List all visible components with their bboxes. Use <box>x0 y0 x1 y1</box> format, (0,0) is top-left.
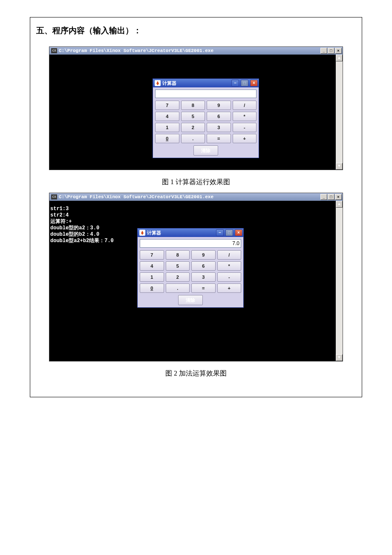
calc-key-plus[interactable]: + <box>217 283 242 293</box>
scroll-down-button[interactable]: ▼ <box>336 354 343 361</box>
console-window-1: cx C:\Program Files\Xinox Software\JCrea… <box>49 46 343 170</box>
calc-key-8[interactable]: 8 <box>166 250 190 260</box>
console-titlebar: cx C:\Program Files\Xinox Software\JCrea… <box>49 193 343 201</box>
calc-key-7[interactable]: 7 <box>155 101 179 110</box>
calc-key-0[interactable]: 0 <box>155 134 179 143</box>
calc-key-2[interactable]: 2 <box>166 272 190 282</box>
calc-clear-row: 清除 <box>155 145 257 156</box>
console-icon: cx <box>51 48 57 53</box>
close-button[interactable]: × <box>335 48 342 54</box>
calc-clear-button[interactable]: 清除 <box>178 295 203 305</box>
section-heading: 五、程序内容（输入输出）： <box>36 25 358 36</box>
minimize-button[interactable]: _ <box>320 194 327 200</box>
console-titlebar: cx C:\Program Files\Xinox Software\JCrea… <box>49 47 343 55</box>
scroll-track[interactable] <box>336 208 343 354</box>
console-output: str1:3 str2:4 运算符:+ double型的a2：3.0 doubl… <box>50 206 114 244</box>
calc-key-equals[interactable]: = <box>191 283 216 293</box>
calc-key-9[interactable]: 9 <box>207 101 231 110</box>
calc-titlebar: 计算器 – □ × <box>138 228 243 237</box>
calc-minimize-button[interactable]: – <box>231 80 239 87</box>
calc-close-button[interactable]: × <box>250 80 258 87</box>
java-icon <box>139 230 145 236</box>
calc-key-multiply[interactable]: * <box>217 261 242 271</box>
calc-key-3[interactable]: 3 <box>207 123 231 132</box>
calc-key-3[interactable]: 3 <box>191 272 216 282</box>
calc-keypad: 7 8 9 / 4 5 6 * 1 2 3 - 0 . = <box>155 101 257 143</box>
calc-key-9[interactable]: 9 <box>191 250 216 260</box>
scroll-down-button[interactable]: ▼ <box>336 163 343 170</box>
maximize-button[interactable]: □ <box>328 48 334 54</box>
calc-keypad: 7 8 9 / 4 5 6 * 1 2 3 - 0 . = <box>140 250 241 293</box>
console-scrollbar[interactable]: ▲ ▼ <box>336 201 343 361</box>
calc-key-2[interactable]: 2 <box>181 123 205 132</box>
document-page: 五、程序内容（输入输出）： cx C:\Program Files\Xinox … <box>30 17 362 397</box>
calc-key-0[interactable]: 0 <box>140 283 164 293</box>
calc-key-8[interactable]: 8 <box>181 101 205 110</box>
calc-key-equals[interactable]: = <box>207 134 231 143</box>
calc-title-text: 计算器 <box>162 81 230 86</box>
calc-display[interactable]: 7.0 <box>140 239 241 248</box>
calc-maximize-button[interactable]: □ <box>241 80 248 87</box>
console-title-text: C:\Program Files\Xinox Software\JCreator… <box>59 49 319 53</box>
console-window-2: cx C:\Program Files\Xinox Software\JCrea… <box>49 193 343 361</box>
minimize-button[interactable]: _ <box>320 48 327 54</box>
calc-key-7[interactable]: 7 <box>140 250 164 260</box>
console-body: str1:3 str2:4 运算符:+ double型的a2：3.0 doubl… <box>49 201 343 361</box>
calc-key-1[interactable]: 1 <box>155 123 179 132</box>
calc-maximize-button[interactable]: □ <box>225 229 233 236</box>
calc-close-button[interactable]: × <box>235 229 242 236</box>
console-icon: cx <box>51 194 57 199</box>
calc-minimize-button[interactable]: – <box>216 229 224 236</box>
calc-key-4[interactable]: 4 <box>140 261 164 271</box>
calc-key-5[interactable]: 5 <box>181 112 205 121</box>
calc-clear-button[interactable]: 清除 <box>193 145 218 156</box>
calculator-dialog-1: 计算器 – □ × 7 8 9 / 4 5 6 * <box>153 78 259 158</box>
console-title-text: C:\Program Files\Xinox Software\JCreator… <box>59 195 319 199</box>
window-controls: _ □ × <box>320 48 342 54</box>
calc-clear-row: 清除 <box>140 295 241 305</box>
calc-key-4[interactable]: 4 <box>155 112 179 121</box>
figure-caption-2: 图 2 加法运算效果图 <box>34 369 358 378</box>
scroll-up-button[interactable]: ▲ <box>336 201 343 208</box>
calc-key-dot[interactable]: . <box>166 283 190 293</box>
calc-key-divide[interactable]: / <box>233 101 257 110</box>
figure-caption-1: 图 1 计算器运行效果图 <box>34 178 358 187</box>
calc-key-6[interactable]: 6 <box>191 261 216 271</box>
calculator-dialog-2: 计算器 – □ × 7.0 7 8 9 / 4 5 6 * <box>137 228 244 308</box>
scroll-track[interactable] <box>336 61 343 163</box>
close-button[interactable]: × <box>335 194 342 200</box>
calc-titlebar: 计算器 – □ × <box>153 79 259 87</box>
calc-key-1[interactable]: 1 <box>140 272 164 282</box>
calc-key-6[interactable]: 6 <box>207 112 231 121</box>
console-scrollbar[interactable]: ▲ ▼ <box>336 55 343 170</box>
window-controls: _ □ × <box>320 194 342 200</box>
calc-key-dot[interactable]: . <box>181 134 205 143</box>
calc-key-multiply[interactable]: * <box>233 112 257 121</box>
calc-key-5[interactable]: 5 <box>166 261 190 271</box>
calc-key-minus[interactable]: - <box>217 272 242 282</box>
calc-key-divide[interactable]: / <box>217 250 242 260</box>
maximize-button[interactable]: □ <box>328 194 334 200</box>
calc-title-text: 计算器 <box>147 231 214 235</box>
calc-display[interactable] <box>155 90 257 98</box>
calc-body: 7.0 7 8 9 / 4 5 6 * 1 2 3 - 0 <box>138 237 243 307</box>
java-icon <box>155 80 161 86</box>
scroll-up-button[interactable]: ▲ <box>336 55 343 61</box>
calc-body: 7 8 9 / 4 5 6 * 1 2 3 - 0 . = <box>153 87 259 158</box>
calc-key-minus[interactable]: - <box>233 123 257 132</box>
calc-key-plus[interactable]: + <box>233 134 257 143</box>
console-body: 计算器 – □ × 7 8 9 / 4 5 6 * <box>49 55 343 170</box>
